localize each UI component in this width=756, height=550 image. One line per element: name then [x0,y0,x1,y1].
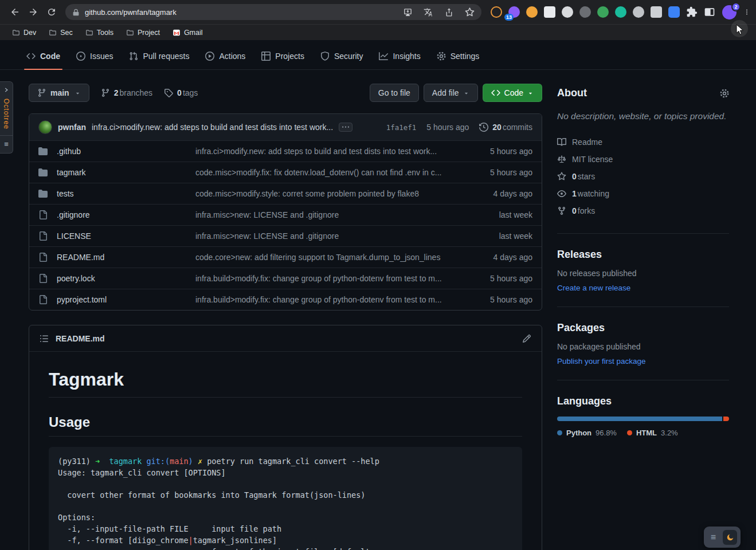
readme-filename[interactable]: README.md [56,334,105,343]
back-button[interactable] [6,3,24,21]
bookmarks-bar: Dev Sec Tools Project Gmail [0,24,756,40]
code-button[interactable]: Code [483,84,542,102]
chevron-right-icon[interactable] [3,87,9,93]
languages-title: Languages [557,395,729,407]
file-link[interactable]: tests [57,189,195,198]
gear-icon[interactable] [720,89,729,98]
forward-button[interactable] [24,3,42,21]
extension-icon[interactable] [544,6,555,18]
language-python[interactable]: Python 96.8% [557,429,617,437]
branch-selector[interactable]: main [29,84,89,102]
file-link[interactable]: LICENSE [57,231,195,241]
octotree-menu-icon[interactable]: ≡ [0,135,13,148]
extension-icon[interactable] [526,6,538,18]
tab-settings[interactable]: Settings [429,49,488,69]
commit-message-link[interactable]: infra.misc>new: LICENSE and .gitignore [195,210,472,219]
commits-history-link[interactable]: 20commits [479,123,532,132]
table-row[interactable]: README.md code.core>new: add filtering s… [29,246,542,268]
publish-package-link[interactable]: Publish your first package [557,357,646,366]
tab-pull-requests[interactable]: Pull requests [121,49,197,69]
bookmark-folder-project[interactable]: Project [121,27,165,38]
side-panel-icon[interactable] [704,6,715,18]
file-link[interactable]: pyproject.toml [57,295,195,304]
moon-icon [726,533,734,541]
file-link[interactable]: poetry.lock [57,274,195,283]
table-row[interactable]: pyproject.toml infra.build>modify.fix: c… [29,289,542,310]
extension-icon[interactable]: 13 [508,6,520,18]
file-link[interactable]: README.md [57,253,195,262]
tab-code[interactable]: Code [18,49,68,69]
packages-title[interactable]: Packages [557,322,729,334]
bookmark-folder-sec[interactable]: Sec [44,27,78,38]
commit-message-link[interactable]: code.misc>modify.style: corret some prob… [195,189,472,198]
list-icon[interactable] [40,334,49,343]
tab-projects[interactable]: Projects [253,49,312,69]
widget-menu-icon[interactable]: ≡ [707,532,719,543]
bookmark-folder-dev[interactable]: Dev [7,27,41,38]
file-link[interactable]: .gitignore [57,210,195,219]
commit-message-link[interactable]: code.core>new: add filtering support to … [195,253,472,262]
commit-message-link[interactable]: infra.ci>modify.new: add steps to build … [195,147,472,156]
releases-title[interactable]: Releases [557,249,729,261]
extension-icon[interactable] [668,6,680,18]
extension-icon[interactable] [491,6,502,18]
license-link[interactable]: MIT license [557,151,729,168]
commit-message-link[interactable]: infra.misc>new: LICENSE and .gitignore [195,231,472,241]
commit-message-link[interactable]: code.misc>modify.fix: fix dotenv.load_do… [195,168,472,177]
table-row[interactable]: tagmark code.misc>modify.fix: fix dotenv… [29,162,542,183]
language-html[interactable]: HTML 3.2% [627,429,678,437]
go-to-file-button[interactable]: Go to file [370,84,419,102]
dark-mode-toggle[interactable] [723,530,737,545]
readme-link[interactable]: Readme [557,133,729,151]
table-row[interactable]: .github infra.ci>modify.new: add steps t… [29,140,542,162]
commit-author[interactable]: pwnfan [58,123,86,132]
browser-menu-icon[interactable] [743,6,750,18]
commit-message-link[interactable]: infra.build>modify.fix: change group of … [195,274,472,283]
file-table: pwnfan infra.ci>modify.new: add steps to… [29,113,542,311]
commit-message-link[interactable]: infra.build>modify.fix: change group of … [195,295,472,304]
tab-insights[interactable]: Insights [371,49,428,69]
table-row[interactable]: tests code.misc>modify.style: corret som… [29,183,542,204]
extensions-puzzle-icon[interactable] [686,6,698,18]
stars-link[interactable]: 0stars [557,168,729,185]
extension-icon[interactable] [651,6,662,18]
create-release-link[interactable]: Create a new release [557,284,630,292]
install-app-icon[interactable] [403,7,413,17]
translate-icon[interactable] [424,7,433,17]
reload-button[interactable] [42,3,61,21]
commit-message[interactable]: infra.ci>modify.new: add steps to build … [92,123,333,132]
file-link[interactable]: tagmark [57,168,195,177]
pencil-icon[interactable] [522,334,531,343]
extension-icon[interactable] [562,6,573,18]
code-line: format of the input file [default: [58,547,513,550]
share-icon[interactable] [444,7,454,17]
profile-avatar[interactable]: 2 [722,5,737,19]
tab-security[interactable]: Security [312,49,371,69]
tab-issues[interactable]: Issues [68,49,121,69]
extension-icon[interactable] [615,6,626,18]
extension-icon[interactable] [579,6,591,18]
table-row[interactable]: LICENSE infra.misc>new: LICENSE and .git… [29,225,542,246]
code-line: -f, --format [diigo_chrome|tagmark_jsonl… [58,535,513,547]
dark-mode-widget[interactable]: ≡ [704,527,741,548]
avatar[interactable] [38,120,52,134]
bookmark-folder-tools[interactable]: Tools [80,27,119,38]
octotree-sidebar[interactable]: Octotree ≡ [0,81,13,154]
tab-actions[interactable]: Actions [197,49,253,69]
url-text[interactable]: github.com/pwnfan/tagmark [85,8,177,17]
bookmark-star-icon[interactable] [465,7,475,17]
file-link[interactable]: .github [57,147,195,156]
branches-link[interactable]: 2branches [101,88,152,97]
watching-link[interactable]: 1watching [557,185,729,202]
table-row[interactable]: .gitignore infra.misc>new: LICENSE and .… [29,204,542,225]
table-row[interactable]: poetry.lock infra.build>modify.fix: chan… [29,268,542,289]
bookmark-gmail[interactable]: Gmail [167,27,208,38]
forks-link[interactable]: 0forks [557,202,729,219]
extension-icon[interactable] [597,6,609,18]
extension-icon[interactable] [633,6,644,18]
add-file-button[interactable]: Add file [424,84,478,102]
commit-ellipsis-button[interactable] [339,123,352,132]
commit-hash[interactable]: 1fa1ef1 [386,123,417,132]
tags-link[interactable]: 0tags [164,88,198,97]
address-bar[interactable]: github.com/pwnfan/tagmark [65,4,481,20]
